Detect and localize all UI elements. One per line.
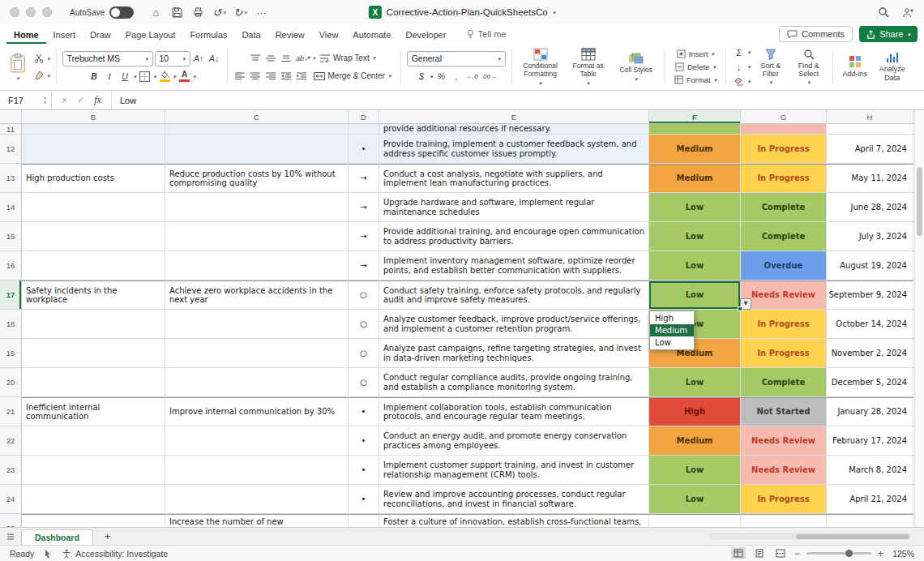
cell-action[interactable]: Implement inventory management software,… <box>379 251 649 280</box>
delete-cells-button[interactable]: Delete ▾ <box>672 61 719 73</box>
cell-goal[interactable] <box>165 426 349 456</box>
zoom-slider-thumb[interactable] <box>845 550 853 557</box>
cell-problem[interactable] <box>22 193 165 222</box>
cell-priority[interactable] <box>649 514 741 527</box>
row-header-23[interactable]: 23 <box>0 456 22 485</box>
cell-due-date[interactable]: April 21, 2024 <box>827 485 913 514</box>
search-icon[interactable] <box>878 6 889 18</box>
cell-action[interactable]: Analyze customer feedback, improve produ… <box>379 310 649 339</box>
row-header-17[interactable]: 17 <box>0 280 22 310</box>
cell-priority[interactable]: Low▼ <box>649 280 741 310</box>
cell-bullet[interactable]: → <box>349 222 379 251</box>
cell-priority[interactable]: Medium <box>649 135 741 164</box>
align-bottom-button[interactable] <box>280 51 293 65</box>
cell-priority[interactable]: Low <box>649 251 741 280</box>
cell-due-date[interactable]: December 5, 2024 <box>827 368 913 397</box>
cell-due-date[interactable]: July 3, 2024 <box>827 222 913 251</box>
cell-action[interactable]: Conduct safety training, enforce safety … <box>379 280 649 310</box>
tab-review[interactable]: Review <box>268 24 312 44</box>
cell-status[interactable]: In Progress <box>741 310 827 339</box>
row-header-14[interactable]: 14 <box>0 193 22 222</box>
column-header-c[interactable]: C <box>165 110 349 124</box>
tab-draw[interactable]: Draw <box>83 24 118 44</box>
cell-priority[interactable]: High <box>649 397 741 426</box>
cell-bullet[interactable]: • <box>349 426 379 456</box>
cell-due-date[interactable]: March 8, 2024 <box>827 456 913 485</box>
cell-status[interactable]: In Progress <box>741 485 827 514</box>
cell-due-date[interactable]: April 7, 2024 <box>827 135 913 164</box>
comma-format-button[interactable]: , <box>450 70 464 84</box>
format-painter-button[interactable] <box>32 69 45 83</box>
analyze-data-button[interactable]: Analyze Data <box>874 50 911 84</box>
cell-bullet[interactable]: → <box>349 251 379 280</box>
tab-view[interactable]: View <box>312 24 346 44</box>
cell-goal[interactable] <box>165 124 349 135</box>
share-button[interactable]: Share ▾ <box>859 26 918 42</box>
maximize-button[interactable] <box>42 7 52 17</box>
align-top-button[interactable] <box>249 51 263 65</box>
cell-priority[interactable]: Low <box>649 222 741 251</box>
sheet-tab-dashboard[interactable]: Dashboard <box>21 529 93 545</box>
dropdown-option-medium[interactable]: Medium <box>650 324 694 336</box>
increase-indent-button[interactable] <box>295 69 309 83</box>
save-icon[interactable] <box>168 4 186 20</box>
cell-action[interactable]: Upgrade hardware and software, implement… <box>379 193 649 222</box>
cell-status[interactable]: Complete <box>741 222 827 251</box>
print-icon[interactable] <box>189 4 207 20</box>
cell-bullet[interactable] <box>349 124 379 135</box>
tab-formulas[interactable]: Formulas <box>183 24 235 44</box>
cell-status[interactable]: Not Started <box>741 397 827 426</box>
row-header-18[interactable]: 18 <box>0 310 22 339</box>
cell-problem[interactable] <box>22 135 165 164</box>
currency-format-button[interactable]: $ <box>414 70 428 84</box>
cell-priority[interactable]: Medium <box>649 426 741 456</box>
accessibility-status[interactable]: Accessibility: Investigate <box>62 549 168 559</box>
cell-goal[interactable] <box>165 485 349 514</box>
merge-center-button[interactable]: Merge & Center ▾ <box>310 69 395 84</box>
cell-priority[interactable]: Low <box>649 368 741 397</box>
increase-font-button[interactable]: A↑ <box>192 52 206 66</box>
row-header-12[interactable]: 12 <box>0 135 22 164</box>
page-break-view-button[interactable] <box>773 547 788 559</box>
cell-due-date[interactable]: June 28, 2024 <box>827 193 913 222</box>
cell-bullet[interactable] <box>349 514 379 527</box>
find-select-button[interactable]: Find & Select ▾ <box>791 47 827 88</box>
cell-problem[interactable] <box>22 485 165 514</box>
cell-priority[interactable]: Low <box>649 485 741 514</box>
cut-button[interactable] <box>32 52 45 66</box>
sheet-list-icon[interactable] <box>6 533 15 541</box>
cell-problem[interactable] <box>22 514 165 527</box>
cell-due-date[interactable] <box>827 124 913 135</box>
cell-bullet[interactable]: ○ <box>349 280 379 310</box>
cell-goal[interactable]: Improve internal communication by 30% <box>165 397 349 426</box>
cell-status[interactable]: Complete <box>741 193 827 222</box>
cell-bullet[interactable]: • <box>349 135 379 164</box>
cell-bullet[interactable]: ○ <box>349 339 379 368</box>
tell-me-button[interactable]: Tell me <box>467 24 507 44</box>
cell-status[interactable]: Needs Review <box>741 456 827 485</box>
cell-priority[interactable]: Low <box>649 456 741 485</box>
column-header-h[interactable]: H <box>827 110 913 124</box>
cell-action[interactable]: Conduct an energy audit, and promote ene… <box>379 426 649 456</box>
cell-status[interactable]: In Progress <box>741 135 827 164</box>
home-icon[interactable]: ⌂ <box>147 4 165 20</box>
cell-bullet[interactable]: • <box>349 397 379 426</box>
insert-cells-button[interactable]: Insert ▾ <box>674 48 717 60</box>
horizontal-scrollbar[interactable] <box>708 533 911 540</box>
cell-due-date[interactable]: September 9, 2024 <box>827 280 913 310</box>
wrap-text-button[interactable]: Wrap Text ▾ <box>317 51 379 66</box>
vertical-scrollbar-thumb[interactable] <box>917 167 922 236</box>
cell-priority[interactable] <box>649 124 741 135</box>
cell-due-date[interactable]: February 17, 2024 <box>827 426 913 456</box>
cell-action[interactable]: Foster a culture of innovation, establis… <box>379 514 649 527</box>
cell-status[interactable] <box>741 514 827 527</box>
cell-styles-button[interactable]: Cell Styles ▾ <box>614 50 659 84</box>
cell-goal[interactable] <box>165 251 349 280</box>
cell-goal[interactable] <box>165 339 349 368</box>
cell-goal[interactable] <box>165 456 349 485</box>
column-header-b[interactable]: B <box>22 110 165 124</box>
decrease-font-button[interactable]: A↓ <box>207 52 221 66</box>
column-header-f[interactable]: F <box>649 110 741 124</box>
autosum-button[interactable]: Σ <box>732 45 746 59</box>
row-header-22[interactable]: 22 <box>0 426 22 456</box>
